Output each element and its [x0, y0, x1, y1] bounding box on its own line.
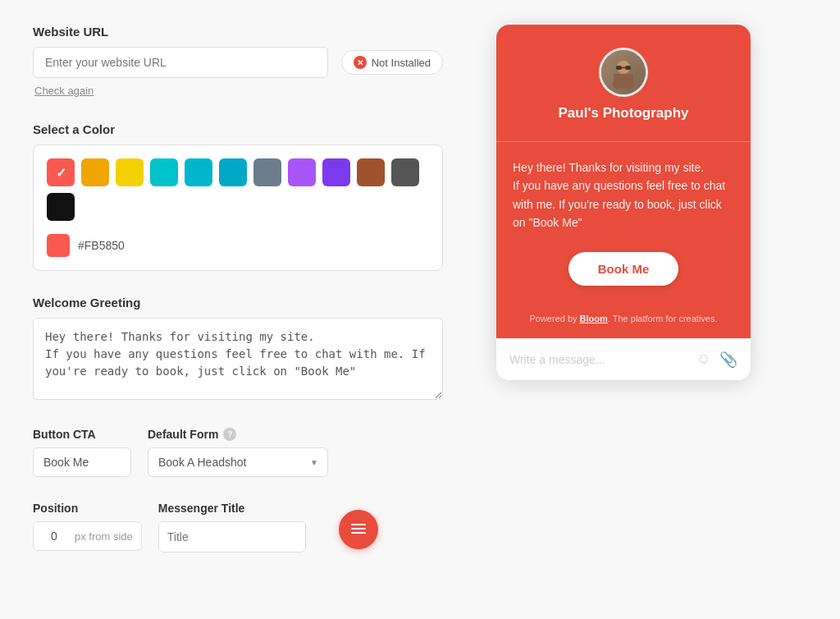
- messenger-title-input-wrapper: ×: [158, 521, 306, 553]
- avatar-image: [601, 50, 646, 94]
- messenger-title-group: Messenger Title ×: [158, 502, 306, 553]
- chat-business-name: Paul's Photography: [559, 105, 689, 122]
- px-label: px from side: [75, 523, 141, 550]
- chat-widget: Paul's Photography Hey there! Thanks for…: [496, 25, 751, 380]
- color-swatch-purple[interactable]: [288, 158, 316, 186]
- selected-color-row: #FB5850: [47, 234, 429, 257]
- color-swatch-slate[interactable]: [253, 158, 281, 186]
- attachment-icon[interactable]: 📎: [719, 351, 737, 369]
- color-swatch-brown[interactable]: [357, 158, 385, 186]
- color-swatch-cyan1[interactable]: [150, 158, 178, 186]
- greeting-section: Welcome Greeting Hey there! Thanks for v…: [33, 296, 443, 403]
- chat-icon-lines: [351, 524, 366, 535]
- greeting-label: Welcome Greeting: [33, 296, 443, 310]
- chat-input-bar: Write a message... ☺ 📎: [496, 338, 751, 380]
- default-form-label: Default Form ?: [148, 428, 328, 441]
- color-swatch-teal[interactable]: [185, 158, 212, 186]
- color-swatch-yellow[interactable]: [116, 158, 144, 186]
- svg-rect-3: [616, 66, 622, 70]
- right-panel: Paul's Photography Hey there! Thanks for…: [492, 25, 755, 553]
- greeting-textarea[interactable]: Hey there! Thanks for visiting my site. …: [33, 318, 443, 400]
- chat-book-button[interactable]: Book Me: [568, 252, 679, 286]
- selected-color-hex: #FB5850: [78, 239, 125, 252]
- powered-by-text: Powered by Bloom. The platform for creat…: [529, 314, 717, 323]
- color-swatch-blue[interactable]: [219, 158, 247, 186]
- chat-input-icons: ☺ 📎: [696, 351, 737, 369]
- color-swatch-black[interactable]: [47, 193, 75, 221]
- chat-message: Hey there! Thanks for visiting my site. …: [513, 158, 734, 232]
- cta-form-row: Button CTA Default Form ? Book A Headsho…: [33, 428, 443, 477]
- not-installed-badge: ✕ Not Installed: [341, 50, 443, 75]
- chat-footer: Powered by Bloom. The platform for creat…: [496, 310, 751, 338]
- chat-header: Paul's Photography: [496, 25, 751, 142]
- website-url-section: Website URL ✕ Not Installed Check again: [33, 25, 443, 98]
- color-swatch-red[interactable]: [47, 158, 75, 186]
- position-input-wrapper: px from side: [33, 521, 142, 551]
- default-form-group: Default Form ? Book A Headshot Book Head…: [148, 428, 328, 477]
- url-row: ✕ Not Installed: [33, 47, 443, 78]
- help-icon[interactable]: ?: [223, 428, 236, 441]
- avatar: [599, 48, 648, 97]
- default-form-select[interactable]: Book A Headshot Book Headshot Contact Fo…: [148, 447, 328, 477]
- chat-input-placeholder: Write a message...: [509, 353, 688, 366]
- website-url-input[interactable]: [33, 47, 328, 78]
- position-label: Position: [33, 502, 142, 515]
- color-swatches: [47, 158, 429, 221]
- default-form-select-wrapper: Book A Headshot Book Headshot Contact Fo…: [148, 447, 328, 477]
- color-picker-box: #FB5850: [33, 144, 443, 271]
- messenger-title-label: Messenger Title: [158, 502, 306, 515]
- website-url-label: Website URL: [33, 25, 443, 39]
- position-input[interactable]: [34, 522, 75, 550]
- color-swatch-violet[interactable]: [322, 158, 350, 186]
- left-panel: Website URL ✕ Not Installed Check again …: [33, 25, 443, 553]
- button-cta-input[interactable]: [33, 447, 131, 477]
- messenger-title-input[interactable]: [159, 523, 306, 551]
- emoji-icon[interactable]: ☺: [696, 351, 711, 368]
- button-cta-label: Button CTA: [33, 428, 131, 441]
- color-swatch-orange[interactable]: [81, 158, 109, 186]
- x-circle-icon: ✕: [354, 56, 367, 69]
- color-section-label: Select a Color: [33, 122, 443, 136]
- chat-body: Hey there! Thanks for visiting my site. …: [496, 142, 751, 310]
- color-section: Select a Color: [33, 122, 443, 271]
- selected-color-preview: [47, 234, 70, 257]
- check-again-link[interactable]: Check again: [34, 85, 94, 97]
- position-messenger-row: Position px from side Messenger Title ×: [33, 502, 443, 553]
- not-installed-text: Not Installed: [372, 57, 431, 69]
- svg-rect-4: [625, 66, 631, 70]
- powered-by-link[interactable]: Bloom: [580, 314, 608, 323]
- page-container: Website URL ✕ Not Installed Check again …: [0, 0, 840, 577]
- button-cta-group: Button CTA: [33, 428, 131, 477]
- position-group: Position px from side: [33, 502, 142, 553]
- color-swatch-darkgray[interactable]: [391, 158, 419, 186]
- floating-action-button[interactable]: [339, 510, 378, 549]
- svg-rect-2: [614, 74, 633, 84]
